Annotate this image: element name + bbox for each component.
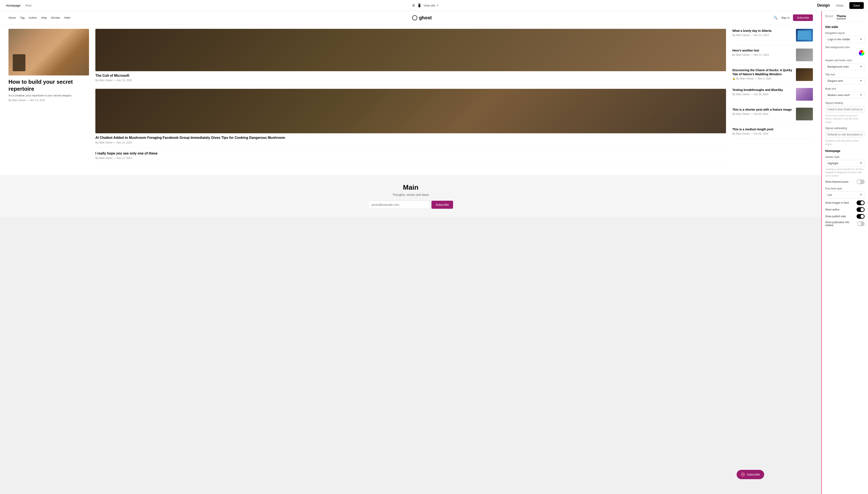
title-font-label: Title font	[825, 73, 865, 76]
show-author-slider	[856, 207, 865, 212]
post-feed-style-select[interactable]: List	[825, 191, 865, 198]
nav-home[interactable]: Home	[8, 16, 16, 19]
post-thumbnail-person	[796, 49, 813, 61]
floating-subscribe-button[interactable]: Subscribe	[737, 470, 764, 479]
list-item: Testing breakthroughs and BlueSky By Mai…	[732, 88, 813, 104]
post-title: This is a shorter post with a feature im…	[732, 108, 793, 112]
body-font-label: Body font	[825, 87, 865, 90]
post-info: Discovering the Charm of Ducks: A Quirky…	[732, 68, 793, 80]
list-item: Here's another test By Main Owner — Nov …	[732, 49, 813, 65]
post-image-mushroom	[95, 89, 726, 133]
show-featured-posts-toggle[interactable]	[856, 179, 865, 184]
show-publish-date-toggle[interactable]	[856, 214, 865, 219]
post-meta: 🔒 By Main Owner — Nov 3, 2024	[732, 77, 793, 80]
tab-post[interactable]: Post	[24, 3, 33, 8]
logo-text: ghost	[419, 15, 432, 21]
site-background-color-row	[825, 50, 865, 56]
footer-title: Main	[8, 184, 813, 191]
save-button[interactable]: Save	[849, 2, 864, 9]
subscribe-nav-button[interactable]: Subscribe	[793, 14, 813, 21]
mobile-icon[interactable]: 📱	[417, 3, 422, 7]
top-bar: Homepage Post 🖥 📱 View site ↗ Design Clo…	[0, 0, 868, 11]
featured-title: How to build your secret repertoire	[8, 78, 89, 92]
side-column: What a lovely day in Siberia By Main Own…	[732, 29, 813, 167]
list-item: What a lovely day in Siberia By Main Own…	[732, 29, 813, 45]
navigation-layout-select[interactable]: Logo in the middle	[825, 36, 865, 43]
preview-inner: Home Tag Author Help Donate Hello ghost …	[0, 11, 822, 217]
tab-homepage[interactable]: Homepage	[4, 3, 22, 8]
post-title: The Cult of Microsoft	[95, 73, 726, 78]
list-item: This is a medium length post By Main Own…	[732, 127, 813, 139]
header-footer-color-select[interactable]: Background color	[825, 63, 865, 70]
signup-subheading-input[interactable]	[825, 131, 865, 138]
title-font-select[interactable]: Elegant serif	[825, 77, 865, 84]
design-title: Design	[817, 3, 830, 7]
show-featured-posts-label: Show featured posts	[825, 180, 848, 183]
nav-donate[interactable]: Donate	[51, 16, 60, 19]
list-item: Discovering the Charm of Ducks: A Quirky…	[732, 68, 813, 84]
post-thumbnail-laptop	[796, 29, 813, 41]
show-publish-date-row: Show publish date	[825, 214, 865, 219]
post-info: Here's another test By Main Owner — Nov …	[732, 49, 793, 56]
right-panel: Brand Theme Site wide Navigation layout …	[822, 11, 868, 494]
content-area: How to build your secret repertoire As a…	[0, 24, 822, 171]
list-item: AI Chatbot Added to Mushroom Foraging Fa…	[95, 89, 726, 148]
external-link-icon: ↗	[436, 4, 439, 7]
post-meta: By Main Owner — Nov 12, 2024	[732, 53, 793, 56]
nav-links: Home Tag Author Help Donate Hello	[8, 16, 70, 19]
post-thumbnail-tools	[796, 108, 813, 120]
body-font-select[interactable]: Modern sans-serif	[825, 92, 865, 98]
signup-heading-input[interactable]	[825, 106, 865, 113]
main-layout: Home Tag Author Help Donate Hello ghost …	[0, 11, 868, 494]
footer-subscribe-button[interactable]: Subscribe	[431, 201, 453, 209]
post-thumbnail-bluesky	[796, 88, 813, 101]
post-meta: By Main Owner — Nov 13, 2024	[95, 141, 726, 144]
list-item: I really hope you see only one of these …	[95, 151, 726, 163]
signup-subheading-helper: Defaults to site description when empty	[825, 139, 865, 146]
logo-circle-icon	[412, 15, 417, 20]
signup-subheading-label: Signup subheading	[825, 127, 865, 130]
show-publication-info-sidebar-toggle[interactable]	[857, 222, 865, 226]
show-author-toggle[interactable]	[856, 207, 865, 212]
header-style-select[interactable]: Highlight	[825, 160, 865, 167]
search-icon[interactable]: 🔍	[773, 16, 778, 20]
header-footer-color-label: Header and footer color	[825, 59, 865, 62]
post-info: What a lovely day in Siberia By Main Own…	[732, 29, 793, 37]
list-item: The Cult of Microsoft By Main Owner — No…	[95, 29, 726, 86]
close-button[interactable]: Close	[833, 2, 846, 8]
nav-tag[interactable]: Tag	[20, 16, 24, 19]
nav-author[interactable]: Author	[29, 16, 37, 19]
post-title: AI Chatbot Added to Mushroom Foraging Fa…	[95, 135, 726, 140]
tab-brand[interactable]: Brand	[825, 14, 833, 19]
desktop-icon[interactable]: 🖥	[412, 4, 415, 7]
nav-hello[interactable]: Hello	[64, 16, 71, 19]
featured-meta: By Main Owner — Nov 13, 2024	[8, 99, 89, 102]
signup-heading-helper: Used in your footer across your theme, d…	[825, 114, 865, 124]
post-title: What a lovely day in Siberia	[732, 29, 793, 33]
post-title: Discovering the Charm of Ducks: A Quirky…	[732, 68, 793, 76]
nav-help[interactable]: Help	[41, 16, 47, 19]
featured-excerpt: As a creative, your repertoire is your s…	[8, 94, 89, 97]
show-featured-posts-slider	[856, 179, 865, 184]
post-meta: By Main Owner — Nov 13, 2024	[95, 79, 726, 82]
post-feed-style-label: Post feed style	[825, 187, 865, 190]
show-publication-info-sidebar-row: Show publication info sidebar	[825, 221, 865, 227]
top-bar-left: Homepage Post	[4, 3, 33, 8]
show-images-in-feed-label: Show images in feed	[825, 201, 849, 204]
sign-in-link[interactable]: Sign in	[781, 16, 790, 19]
subscribe-circle-icon	[741, 472, 745, 477]
header-style-helper: Landing is recommended for all sites, Hi…	[825, 168, 865, 177]
post-image-microsoft	[95, 29, 726, 71]
site-background-color-picker[interactable]	[859, 50, 865, 56]
footer-email-input[interactable]	[368, 201, 430, 209]
show-featured-posts-row: Show featured posts	[825, 179, 865, 184]
show-author-label: Show author	[825, 208, 840, 211]
post-title: Testing breakthroughs and BlueSky	[732, 88, 793, 92]
section-site-wide: Site wide	[825, 25, 865, 28]
show-images-in-feed-toggle[interactable]	[856, 201, 865, 205]
view-site-link[interactable]: View site ↗	[424, 4, 439, 7]
list-item: This is a shorter post with a feature im…	[732, 108, 813, 124]
tab-theme[interactable]: Theme	[836, 14, 846, 19]
top-bar-icons: 🖥 📱 View site ↗	[412, 3, 439, 7]
view-site-label: View site	[424, 4, 436, 7]
